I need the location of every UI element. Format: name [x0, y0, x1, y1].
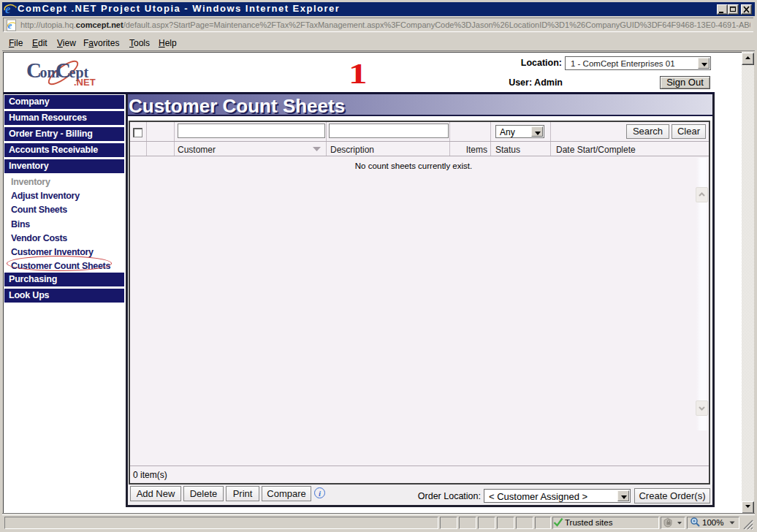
svg-text:e: e: [8, 20, 12, 31]
svg-text:.NET: .NET: [74, 77, 96, 88]
